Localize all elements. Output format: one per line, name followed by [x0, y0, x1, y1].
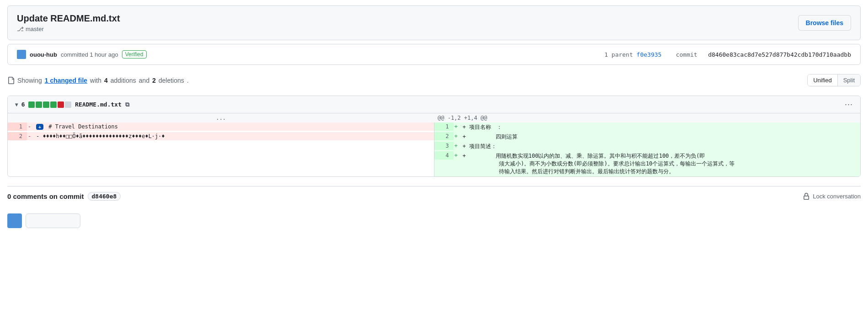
- file-diff-icon: [7, 77, 15, 84]
- stat-block-del-1: [58, 101, 64, 108]
- line-num-left-3: [8, 142, 27, 150]
- line-sign-right-3: +: [454, 142, 462, 150]
- diff-stat-number: 6: [21, 101, 25, 108]
- diff-right-cell-1: 1 + + 项目名称 ：: [434, 123, 861, 132]
- diff-left-cell-4: [8, 151, 434, 160]
- diff-right-cell-4: 4 + + 用随机数实现100以内的加、减、乘、除运算。其中和与积不能超过100…: [434, 151, 861, 176]
- commit-meta: ouou-hub committed 1 hour ago Verified 1…: [7, 44, 861, 65]
- line-num-right-2: 2: [434, 132, 454, 140]
- line-num-left-4: [8, 151, 27, 160]
- line-num-left-2: 2: [8, 132, 27, 140]
- diff-left-3: [8, 142, 434, 151]
- comments-section: 0 comments on commit d8460e8 Lock conver…: [7, 186, 861, 206]
- diff-row-4: 4 + + 用随机数实现100以内的加、减、乘、除运算。其中和与积不能超过100…: [8, 151, 860, 176]
- ellipsis-cell: ...: [8, 113, 434, 123]
- line-code-right-2: + 四则运算: [462, 132, 861, 142]
- line-code-right-4: + 用随机数实现100以内的加、减、乘、除运算。其中和与积不能超过100，差不为…: [462, 151, 861, 176]
- diff-right-cell-3: 3 + + 项目简述：: [434, 142, 861, 151]
- showing-bar: Showing 1 changed file with 4 additions …: [7, 70, 861, 90]
- bottom-row: [7, 213, 861, 228]
- showing-text: Showing 1 changed file with 4 additions …: [7, 77, 189, 84]
- diff-file-header: ▾ 6 README.md.txt ⧉ ···: [8, 96, 860, 113]
- commit-header-left: Update README.md.txt ⎇ master: [17, 13, 120, 32]
- diff-row-2: 2 - - ♦♦♦♦h♦♦□□Ö♦ã♦♦♦♦♦♦♦♦♦♦♦♦♦♦z♦♦♦e♦L·…: [8, 132, 860, 142]
- diff-stat-blocks: [28, 101, 71, 108]
- stat-block-neutral-1: [65, 101, 71, 108]
- commit-title: Update README.md.txt: [17, 13, 120, 24]
- period: .: [187, 77, 189, 84]
- line-code-right-1: + 项目名称 ：: [462, 123, 861, 132]
- and-word: and: [139, 77, 149, 84]
- comments-label: 0 comments on commit: [7, 192, 84, 200]
- author-avatar: [17, 50, 26, 59]
- commit-hash: d8460e83cac8d7e527d877b42cdb170d710aadbb: [708, 51, 851, 58]
- stat-block-add-4: [50, 101, 57, 108]
- diff-left-cell-2: 2 - - ♦♦♦♦h♦♦□□Ö♦ã♦♦♦♦♦♦♦♦♦♦♦♦♦♦z♦♦♦e♦L·…: [8, 132, 434, 140]
- lock-icon: [803, 193, 810, 200]
- diff-row-1: 1 - + # Travel Destinations 1 + + 项目名称 ：: [8, 123, 860, 132]
- verified-badge: Verified: [122, 50, 147, 59]
- comments-left: 0 comments on commit d8460e8: [7, 192, 121, 201]
- line-code-left-2: - ♦♦♦♦h♦♦□□Ö♦ã♦♦♦♦♦♦♦♦♦♦♦♦♦♦z♦♦♦e♦L·j·♦: [35, 132, 434, 140]
- line-num-right-4: 4: [434, 151, 454, 160]
- diff-left-1: 1 - + # Travel Destinations: [8, 123, 434, 132]
- expand-collapse-icon[interactable]: ▾: [15, 101, 18, 108]
- lock-conversation-button[interactable]: Lock conversation: [803, 193, 861, 200]
- browse-files-button[interactable]: Browse files: [798, 15, 851, 31]
- line-code-left-4: [27, 151, 434, 160]
- hunk-header-cell: @@ -1,2 +1,4 @@: [434, 113, 860, 123]
- diff-right-4: 4 + + 用随机数实现100以内的加、减、乘、除运算。其中和与积不能超过100…: [434, 151, 860, 176]
- diff-right-cell-2: 2 + + 四则运算: [434, 132, 861, 142]
- diff-left-4: [8, 151, 434, 176]
- view-toggle: Unified Split: [807, 74, 861, 86]
- commit-header: Update README.md.txt ⎇ master Browse fil…: [7, 5, 861, 40]
- diff-container: ▾ 6 README.md.txt ⧉ ··· ... @@ -1,2 +1,4…: [7, 96, 861, 177]
- lock-conversation-label: Lock conversation: [813, 193, 861, 200]
- comment-input-box[interactable]: [26, 213, 80, 228]
- branch-icon: ⎇: [17, 26, 24, 32]
- changed-file-link[interactable]: 1 changed file: [45, 77, 87, 84]
- more-options-icon[interactable]: ···: [845, 100, 853, 109]
- showing-label: Showing: [17, 77, 42, 84]
- commit-meta-right: 1 parent f0e3935 commit d8460e83cac8d7e5…: [604, 51, 851, 58]
- line-code-right-3: + 项目简述：: [462, 142, 861, 151]
- stat-block-add-1: [28, 101, 35, 108]
- stat-block-add-2: [36, 101, 42, 108]
- parent-label: 1 parent: [604, 51, 633, 58]
- line-sign-right-4: +: [454, 151, 462, 160]
- author-name: ouou-hub: [30, 51, 57, 58]
- file-name: README.md.txt: [75, 101, 122, 108]
- line-sign-left-1: -: [27, 123, 35, 131]
- commit-time: committed 1 hour ago: [61, 51, 118, 58]
- additions-count: 4: [104, 77, 108, 84]
- commit-short-hash: d8460e8: [88, 192, 121, 201]
- commit-meta-left: ouou-hub committed 1 hour ago Verified: [17, 50, 147, 59]
- with-word: with: [90, 77, 101, 84]
- unified-view-button[interactable]: Unified: [808, 75, 837, 86]
- line-code-left-1: + # Travel Destinations: [35, 123, 434, 131]
- diff-right-1: 1 + + 项目名称 ：: [434, 123, 860, 132]
- copy-file-path-icon[interactable]: ⧉: [125, 101, 129, 108]
- line-sign-right-2: +: [454, 132, 462, 140]
- line-num-right-1: 1: [434, 123, 454, 131]
- deletions-count: 2: [152, 77, 156, 84]
- deletions-word: deletions: [159, 77, 184, 84]
- hunk-ellipsis-row: ... @@ -1,2 +1,4 @@: [8, 113, 860, 123]
- stat-block-add-3: [43, 101, 49, 108]
- line-code-left-3: [27, 142, 434, 150]
- diff-left-cell-3: [8, 142, 434, 151]
- additions-word: additions: [111, 77, 136, 84]
- bottom-avatar: [7, 213, 22, 228]
- diff-table: ... @@ -1,2 +1,4 @@ 1 - + # Travel Desti…: [8, 113, 860, 176]
- diff-left-cell-1: 1 - + # Travel Destinations: [8, 123, 434, 131]
- line-badge-1: +: [36, 124, 43, 130]
- commit-word: commit: [676, 51, 697, 58]
- diff-left-2: 2 - - ♦♦♦♦h♦♦□□Ö♦ã♦♦♦♦♦♦♦♦♦♦♦♦♦♦z♦♦♦e♦L·…: [8, 132, 434, 142]
- line-sign-right-1: +: [454, 123, 462, 131]
- commit-branch: ⎇ master: [17, 26, 120, 32]
- diff-file-header-left: ▾ 6 README.md.txt ⧉: [15, 101, 129, 108]
- split-view-button[interactable]: Split: [838, 75, 860, 86]
- branch-name: master: [26, 26, 44, 32]
- parent-hash-link[interactable]: f0e3935: [636, 51, 662, 58]
- diff-row-3: 3 + + 项目简述：: [8, 142, 860, 151]
